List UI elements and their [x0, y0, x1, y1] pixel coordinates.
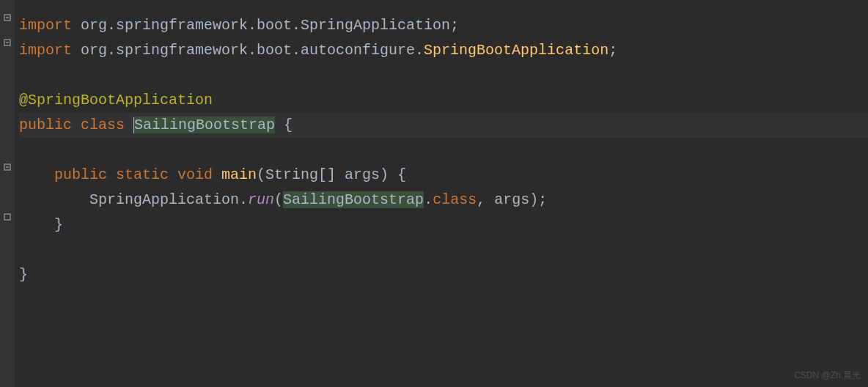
annotation: @SpringBootApplication: [19, 92, 213, 108]
gutter: [0, 0, 15, 387]
method-main: main: [221, 166, 257, 183]
code-line[interactable]: public static void main(String[] args) {: [19, 163, 868, 188]
brace: {: [275, 117, 293, 133]
close-brace: }: [19, 266, 28, 283]
fold-icon[interactable]: [3, 163, 12, 172]
package-path: org.springframework.boot.autoconfigure.: [72, 42, 424, 59]
blank-line: [19, 63, 868, 88]
package-path: org.springframework.boot.SpringApplicati…: [72, 17, 459, 34]
fold-icon[interactable]: [3, 38, 12, 47]
keyword-class: class: [72, 117, 133, 133]
indent-call: SpringApplication.: [19, 191, 248, 208]
keyword-import: import: [19, 17, 72, 34]
code-line[interactable]: import org.springframework.boot.autoconf…: [19, 38, 868, 63]
class-ref: SailingBootstrap: [283, 191, 424, 208]
fold-icon[interactable]: [3, 13, 12, 22]
keyword-public: public: [54, 166, 107, 183]
comma: ,: [477, 191, 494, 208]
code-line[interactable]: @SpringBootApplication: [19, 88, 868, 113]
blank-line: [19, 237, 868, 262]
fold-end-icon[interactable]: [3, 213, 12, 221]
keyword-void: void: [169, 166, 221, 183]
class-name: SailingBootstrap: [134, 117, 275, 133]
code-line[interactable]: SpringApplication.run(SailingBootstrap.c…: [19, 188, 868, 213]
indent: [19, 166, 54, 183]
dot: .: [424, 191, 433, 208]
import-class: SpringBootApplication: [424, 42, 608, 59]
keyword-static: static: [107, 166, 169, 183]
keyword-public: public: [19, 117, 72, 133]
close-brace: }: [19, 216, 63, 233]
code-line[interactable]: }: [19, 213, 868, 237]
paren-open: (: [274, 191, 283, 208]
semicolon: ;: [608, 42, 617, 59]
blank-line: [19, 138, 868, 163]
watermark: CSDN @Zh.晨光: [794, 368, 861, 383]
method-run: run: [248, 191, 274, 208]
args: args);: [494, 191, 547, 208]
params: (String[] args) {: [257, 166, 406, 183]
code-line-current[interactable]: public class SailingBootstrap {: [19, 113, 868, 138]
code-line[interactable]: import org.springframework.boot.SpringAp…: [19, 13, 868, 38]
keyword-class-ref: class: [433, 191, 477, 208]
code-line[interactable]: }: [19, 262, 868, 287]
code-editor[interactable]: import org.springframework.boot.SpringAp…: [0, 0, 868, 387]
code-content[interactable]: import org.springframework.boot.SpringAp…: [15, 0, 868, 387]
keyword-import: import: [19, 42, 72, 59]
text-cursor: [133, 117, 134, 133]
